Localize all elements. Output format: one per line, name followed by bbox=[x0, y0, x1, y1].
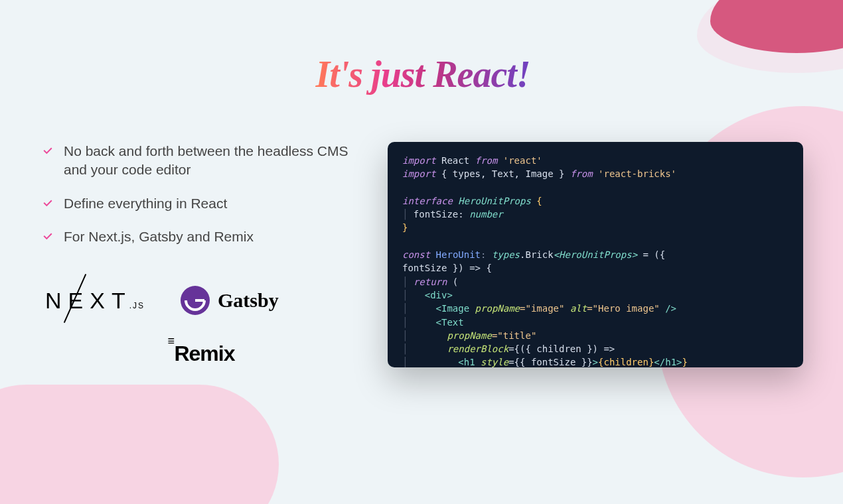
list-item: No back and forth between the headless C… bbox=[42, 142, 361, 180]
check-icon bbox=[42, 145, 54, 157]
page-title: It's just React! bbox=[42, 53, 803, 95]
gatsby-text: Gatsby bbox=[218, 289, 279, 312]
remix-icon bbox=[169, 342, 175, 366]
nextjs-logo: NEXT.JS bbox=[42, 288, 147, 314]
feature-text: No back and forth between the headless C… bbox=[64, 142, 361, 180]
decorative-blob-bottom-left bbox=[0, 385, 279, 504]
code-snippet: import React from 'react' import { types… bbox=[388, 142, 803, 367]
feature-list: No back and forth between the headless C… bbox=[42, 142, 361, 246]
nextjs-text: NEXT bbox=[45, 288, 132, 313]
gatsby-logo: Gatsby bbox=[181, 286, 279, 315]
feature-text: Define everything in React bbox=[64, 194, 227, 213]
list-item: Define everything in React bbox=[42, 194, 361, 213]
remix-text: Remix bbox=[174, 342, 234, 365]
nextjs-suffix: .JS bbox=[129, 301, 145, 310]
check-icon bbox=[42, 198, 54, 210]
remix-logo: Remix bbox=[169, 342, 235, 366]
check-icon bbox=[42, 231, 54, 243]
list-item: For Next.js, Gatsby and Remix bbox=[42, 227, 361, 246]
gatsby-icon bbox=[181, 286, 210, 315]
title-part1: It's just bbox=[315, 54, 433, 95]
feature-text: For Next.js, Gatsby and Remix bbox=[64, 227, 254, 246]
title-part2: React! bbox=[433, 54, 530, 95]
framework-logos: NEXT.JS Gatsby Remix bbox=[42, 286, 361, 366]
